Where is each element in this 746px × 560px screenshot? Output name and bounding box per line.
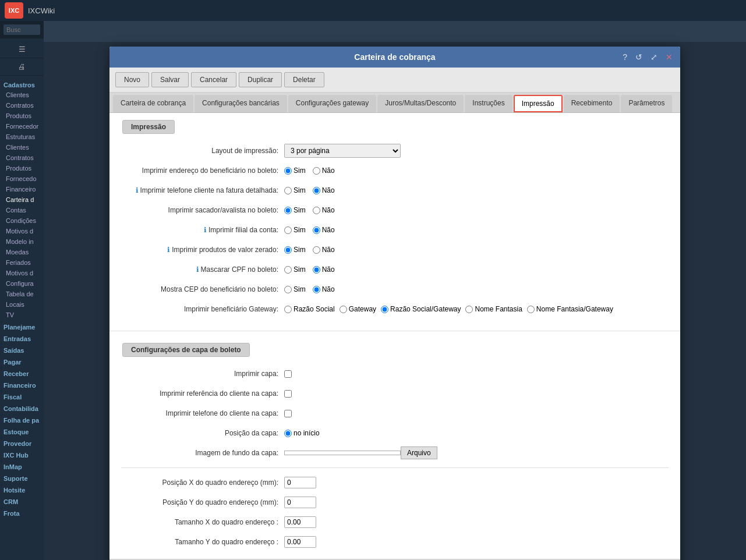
cep-nao[interactable]: Não <box>313 285 335 293</box>
tam-y-input[interactable] <box>284 536 316 548</box>
pos-x-input[interactable] <box>284 477 316 488</box>
sidebar-item-tv[interactable]: TV <box>0 310 44 320</box>
tab-parametros[interactable]: Parâmetros <box>621 95 672 112</box>
sidebar-section-provedor[interactable]: Provedor <box>0 437 44 448</box>
sidebar-item-tabela[interactable]: Tabela de <box>0 289 44 299</box>
sidebar-item-modelo[interactable]: Modelo in <box>0 236 44 247</box>
beneficiario-nao[interactable]: Não <box>313 166 335 175</box>
telefone-sim[interactable]: Sim <box>284 186 306 194</box>
gw-razao-social-gateway[interactable]: Razão Social/Gateway <box>381 305 461 313</box>
sidebar-item-financeiro[interactable]: Financeiro <box>0 184 44 194</box>
sidebar-section-folha[interactable]: Folha de pa <box>0 413 44 425</box>
beneficiario-gw-control: Razão Social Gateway Razão Social/Gatewa… <box>284 305 613 313</box>
close-button[interactable]: ✕ <box>663 51 676 63</box>
sidebar-section-financeiro[interactable]: Financeiro <box>0 378 44 390</box>
sidebar-item-motivos[interactable]: Motivos d <box>0 226 44 236</box>
arquivo-button[interactable]: Arquivo <box>401 446 437 459</box>
sidebar-item-motivos2[interactable]: Motivos d <box>0 268 44 278</box>
filial-label: ℹImprimir filial da conta: <box>121 226 284 234</box>
sidebar-section-crm[interactable]: CRM <box>0 495 44 506</box>
tab-juros[interactable]: Juros/Multas/Desconto <box>377 95 464 112</box>
sidebar-section-pagar[interactable]: Pagar <box>0 355 44 367</box>
sidebar-item-produtos[interactable]: Produtos <box>0 111 44 121</box>
imprimir-telefone-capa-checkbox[interactable] <box>284 410 292 417</box>
filial-control: Sim Não <box>284 226 335 234</box>
gw-nome-fantasia-gateway[interactable]: Nome Fantasia/Gateway <box>527 305 613 313</box>
imprimir-capa-checkbox[interactable] <box>284 370 292 378</box>
sidebar-item-contas[interactable]: Contas <box>0 205 44 215</box>
mascarar-sim[interactable]: Sim <box>284 265 306 274</box>
sidebar-section-saidas[interactable]: Saídas <box>0 343 44 355</box>
sidebar-search-area <box>0 21 44 38</box>
duplicar-button[interactable]: Duplicar <box>239 72 282 87</box>
sidebar-section-inmap[interactable]: InMap <box>0 460 44 472</box>
sidebar-item-locais[interactable]: Locais <box>0 299 44 310</box>
tab-instrucoes[interactable]: Instruções <box>465 95 512 112</box>
sidebar-item-contratos[interactable]: Contratos <box>0 100 44 111</box>
produtos-sim[interactable]: Sim <box>284 246 306 254</box>
toolbar: Novo Salvar Cancelar Duplicar Deletar <box>109 68 680 93</box>
telefone-nao[interactable]: Não <box>313 186 335 194</box>
mascarar-nao[interactable]: Não <box>313 265 335 274</box>
sidebar-item-condicoes[interactable]: Condições <box>0 215 44 226</box>
sacador-sim[interactable]: Sim <box>284 206 306 214</box>
imprimir-referencia-checkbox[interactable] <box>284 390 292 398</box>
tam-x-input[interactable] <box>284 516 316 528</box>
tab-carteira[interactable]: Carteira de cobrança <box>113 95 193 112</box>
imprimir-telefone-capa-row: Imprimir telefone do cliente na capa: <box>121 406 669 421</box>
filial-nao[interactable]: Não <box>313 226 335 234</box>
pos-x-control <box>284 477 316 488</box>
produtos-nao[interactable]: Não <box>313 246 335 254</box>
imprimir-referencia-label: Imprimir referência do cliente na capa: <box>121 389 284 398</box>
sidebar-item-clientes[interactable]: Clientes <box>0 90 44 100</box>
sidebar-section-fiscal[interactable]: Fiscal <box>0 390 44 402</box>
cancelar-button[interactable]: Cancelar <box>191 72 236 87</box>
sidebar-item-carteira[interactable]: Carteira d <box>0 194 44 205</box>
sidebar-section-hotsite[interactable]: Hotsite <box>0 483 44 495</box>
sidebar-item-produtos2[interactable]: Produtos <box>0 163 44 173</box>
sidebar-item-estruturas[interactable]: Estruturas <box>0 132 44 142</box>
sidebar-item-feriados[interactable]: Feriados <box>0 257 44 268</box>
sidebar-section-suporte[interactable]: Suporte <box>0 472 44 483</box>
deletar-button[interactable]: Deletar <box>284 72 324 87</box>
sidebar-section-estoque[interactable]: Estoque <box>0 425 44 437</box>
sidebar-item-clientes2[interactable]: Clientes <box>0 142 44 153</box>
beneficiario-sim[interactable]: Sim <box>284 166 306 175</box>
telefone-row: ℹImprimir telefone cliente na fatura det… <box>121 183 669 198</box>
sidebar-section-receber[interactable]: Receber <box>0 367 44 378</box>
search-input[interactable] <box>3 24 40 35</box>
sidebar-icon-print[interactable]: 🖨 <box>0 58 44 76</box>
gw-razao-social[interactable]: Razão Social <box>284 305 335 313</box>
gw-gateway[interactable]: Gateway <box>340 305 376 313</box>
sidebar-item-fornecedor[interactable]: Fornecedor <box>0 121 44 132</box>
help-button[interactable]: ? <box>620 51 630 63</box>
filial-sim[interactable]: Sim <box>284 226 306 234</box>
sidebar-section-planejamento[interactable]: Planejame <box>0 320 44 332</box>
salvar-button[interactable]: Salvar <box>151 72 189 87</box>
sidebar-section-entradas[interactable]: Entradas <box>0 332 44 343</box>
cep-sim[interactable]: Sim <box>284 285 306 293</box>
sidebar-section-frota[interactable]: Frota <box>0 506 44 518</box>
imprimir-capa-row: Imprimir capa: <box>121 366 669 381</box>
sidebar-icon-list[interactable]: ☰ <box>0 41 44 58</box>
sidebar-section-cadastros[interactable]: Cadastros <box>0 78 44 90</box>
pos-y-input[interactable] <box>284 497 316 508</box>
tab-impressao[interactable]: Impressão <box>514 95 563 112</box>
layout-select[interactable]: 3 por página1 por página2 por página <box>284 144 401 158</box>
posicao-no-inicio[interactable]: no início <box>284 429 320 437</box>
expand-button[interactable]: ⤢ <box>648 51 660 63</box>
refresh-button[interactable]: ↺ <box>632 51 645 63</box>
tab-bancarias[interactable]: Configurações bancárias <box>195 95 287 112</box>
tab-recebimento[interactable]: Recebimento <box>564 95 620 112</box>
sidebar-section-contabilidade[interactable]: Contabilida <box>0 402 44 413</box>
sidebar-item-moedas[interactable]: Moedas <box>0 247 44 257</box>
gw-nome-fantasia[interactable]: Nome Fantasia <box>465 305 522 313</box>
sacador-nao[interactable]: Não <box>313 206 335 214</box>
sidebar-section-ixchub[interactable]: IXC Hub <box>0 448 44 460</box>
tab-gateway[interactable]: Configurações gateway <box>288 95 376 112</box>
modal-content: Impressão Layout de impressão: 3 por pág… <box>109 113 680 559</box>
sidebar-item-contratos2[interactable]: Contratos <box>0 153 44 163</box>
sidebar-item-fornecedo2[interactable]: Fornecedo <box>0 173 44 184</box>
novo-button[interactable]: Novo <box>115 72 149 87</box>
sidebar-item-configura[interactable]: Configura <box>0 278 44 289</box>
